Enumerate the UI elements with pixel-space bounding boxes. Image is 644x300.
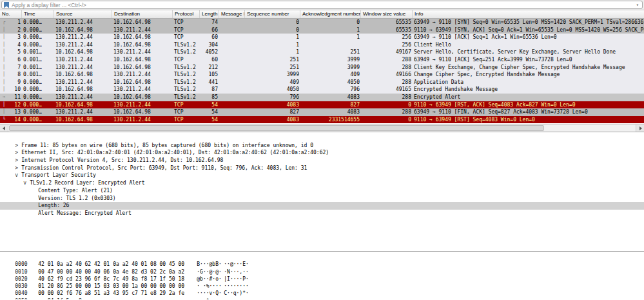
cell-protocol: TLSv1.2: [173, 41, 200, 49]
column-header-no[interactable]: No.: [0, 10, 22, 18]
cell-protocol: TLSv1.2: [173, 48, 200, 56]
cell-message-id: [219, 56, 245, 64]
hex-dump-line[interactable]: 000042 01 0a a2 40 62 42 010a a2 40 01 0…: [3, 254, 641, 261]
packet-row[interactable]: │ 10 0.000… 10.162.64.98 130.211.2.44 TL…: [0, 86, 644, 94]
related-packet-indicator: │: [0, 71, 8, 79]
related-packet-indicator: └: [0, 116, 8, 124]
expand-collapse-icon[interactable]: >: [15, 157, 21, 165]
packet-row[interactable]: └ 14 0.000… 10.162.64.98 130.211.2.44 TC…: [0, 116, 644, 124]
ascii-right: ·N···,··: [224, 268, 251, 275]
scrollbar-thumb[interactable]: [9, 125, 544, 131]
detail-tree-line[interactable]: >Frame 11: 85 bytes on wire (680 bits), …: [0, 134, 644, 142]
packet-list-header: No. Time Source Destination Protocol Len…: [0, 10, 644, 19]
column-header-message-id[interactable]: Message ID: [219, 10, 245, 18]
filter-bookmark-icon[interactable]: [4, 2, 9, 8]
cell-message-id: [219, 41, 245, 49]
column-header-acknowledgment-number[interactable]: Acknowledgment number: [300, 10, 361, 18]
cell-acknowledgment-number: 1: [300, 34, 361, 41]
filter-expression-dropdown-icon[interactable]: ▾: [635, 3, 640, 8]
hex-bytes-right: 0a 4e 82 d3 02 2c 0a a2: [113, 268, 188, 275]
cell-acknowledgment-number: 409: [300, 71, 361, 79]
cell-sequence-number: 251: [245, 64, 300, 72]
cell-length: 441: [200, 79, 219, 86]
column-header-window-size[interactable]: Window size value: [361, 10, 413, 18]
cell-destination: 130.211.2.44: [112, 48, 173, 56]
column-header-source[interactable]: Source: [54, 10, 112, 18]
packet-row[interactable]: │ 3 0.000… 130.211.2.44 10.162.64.98 TCP…: [0, 34, 644, 41]
packet-row[interactable]: ┌ 1 0.000… 130.211.2.44 10.162.64.98 TCP…: [0, 19, 644, 26]
packet-row[interactable]: │ 2 0.000… 10.162.64.98 130.211.2.44 TCP…: [0, 26, 644, 34]
display-filter-input[interactable]: [12, 1, 635, 8]
cell-info: Server Hello, Certificate, Server Key Ex…: [413, 48, 644, 56]
ascii-right: C··q·)*·: [224, 290, 251, 297]
cell-sequence-number: 4083: [245, 116, 300, 124]
packet-row[interactable]: → 11 0.000… 130.211.2.44 10.162.64.98 TL…: [0, 94, 644, 101]
packet-row[interactable]: │ 9 0.000… 130.211.2.44 10.162.64.98 TLS…: [0, 79, 644, 86]
cell-message-id: [219, 79, 245, 86]
ascii-left: B···@bB·: [197, 261, 224, 268]
column-header-info[interactable]: Info: [413, 10, 644, 18]
scroll-left-arrow[interactable]: [0, 125, 8, 132]
scroll-right-arrow[interactable]: [636, 125, 644, 132]
cell-length: 66: [200, 26, 219, 34]
cell-message-id: [219, 94, 245, 101]
cell-no: 6: [8, 56, 22, 64]
cell-acknowledgment-number: 4083: [300, 108, 361, 116]
column-header-sequence-number[interactable]: Sequence number: [245, 10, 300, 18]
cell-source: 10.162.64.98: [54, 26, 112, 34]
expand-collapse-icon[interactable]: >: [15, 142, 21, 150]
cell-length: 85: [200, 94, 219, 101]
column-header-time[interactable]: Time: [22, 10, 54, 18]
column-header-length[interactable]: Length: [200, 10, 219, 18]
cell-sequence-number: 0: [245, 19, 300, 26]
detail-tree-line[interactable]: Alert Message: Encrypted Alert: [0, 202, 644, 210]
cell-message-id: [219, 19, 245, 26]
hex-offset: 0000: [15, 261, 32, 268]
packet-row[interactable]: │ 12 0.000… 10.162.64.98 130.211.2.44 TC…: [0, 101, 644, 109]
cell-length: 60: [200, 34, 219, 41]
detail-text: Version: TLS 1.2 (0x0303): [38, 195, 115, 201]
cell-time: 0.001…: [22, 64, 54, 72]
cell-info: 9110 → 63949 [RST] Seq=4083 Win=0 Len=0: [413, 116, 644, 124]
cell-sequence-number: 1: [245, 34, 300, 41]
wireshark-window: { "filter_bar": { "placeholder": "Apply …: [0, 0, 644, 300]
column-header-destination[interactable]: Destination: [112, 10, 173, 18]
cell-length: 212: [200, 64, 219, 72]
hex-bytes-left: 42 01 0a a2 40 62 42 01: [38, 261, 113, 268]
related-packet-indicator: │: [0, 64, 8, 72]
hex-offset: 0050: [15, 297, 32, 299]
related-packet-indicator: │: [0, 48, 8, 56]
cell-time: 0.001…: [22, 48, 54, 56]
detail-tree-line[interactable]: vTLSv1.2 Record Layer: Encrypted Alert: [0, 172, 644, 179]
expand-collapse-icon[interactable]: >: [15, 149, 21, 157]
cell-length: 60: [200, 56, 219, 64]
cell-length: 4052: [200, 48, 219, 56]
column-header-protocol[interactable]: Protocol: [173, 10, 200, 18]
cell-window-size: 288: [361, 108, 413, 116]
cell-info: 63949 → 9110 [ACK] Seq=1 Ack=1 Win=65536…: [413, 34, 644, 41]
expand-collapse-icon[interactable]: >: [15, 165, 21, 172]
hex-bytes-left: 01 20 86 25 00 00 15 03: [38, 283, 113, 290]
cell-protocol: TCP: [173, 116, 200, 124]
expand-collapse-icon[interactable]: v: [15, 172, 21, 179]
cell-acknowledgment-number: 2331514655: [300, 116, 361, 124]
packet-row[interactable]: │ 4 0.000… 130.211.2.44 10.162.64.98 TLS…: [0, 41, 644, 49]
cell-no: 7: [8, 64, 22, 72]
cell-window-size: 65535: [361, 26, 413, 34]
packet-row[interactable]: │ 13 0.000… 130.211.2.44 10.162.64.98 TC…: [0, 108, 644, 116]
cell-info: Client Hello: [413, 41, 644, 49]
packet-row[interactable]: │ 7 0.001… 130.211.2.44 10.162.64.98 TLS…: [0, 64, 644, 72]
expand-collapse-icon[interactable]: v: [23, 179, 30, 187]
packet-row[interactable]: │ 6 0.001… 130.211.2.44 10.162.64.98 TCP…: [0, 56, 644, 64]
cell-sequence-number: 1: [245, 41, 300, 49]
cell-acknowledgment-number: 1: [300, 26, 361, 34]
cell-protocol: TLSv1.2: [173, 94, 200, 101]
cell-window-size: 288: [361, 64, 413, 72]
cell-source: 10.162.64.98: [54, 48, 112, 56]
packet-row[interactable]: │ 8 0.001… 10.162.64.98 130.211.2.44 TLS…: [0, 71, 644, 79]
detail-text: TLSv1.2 Record Layer: Encrypted Alert: [30, 180, 144, 186]
cell-time: 0.000…: [22, 19, 54, 26]
packet-row[interactable]: │ 5 0.001… 10.162.64.98 130.211.2.44 TLS…: [0, 48, 644, 56]
cell-destination: 10.162.64.98: [112, 79, 173, 86]
cell-destination: 10.162.64.98: [112, 64, 173, 72]
